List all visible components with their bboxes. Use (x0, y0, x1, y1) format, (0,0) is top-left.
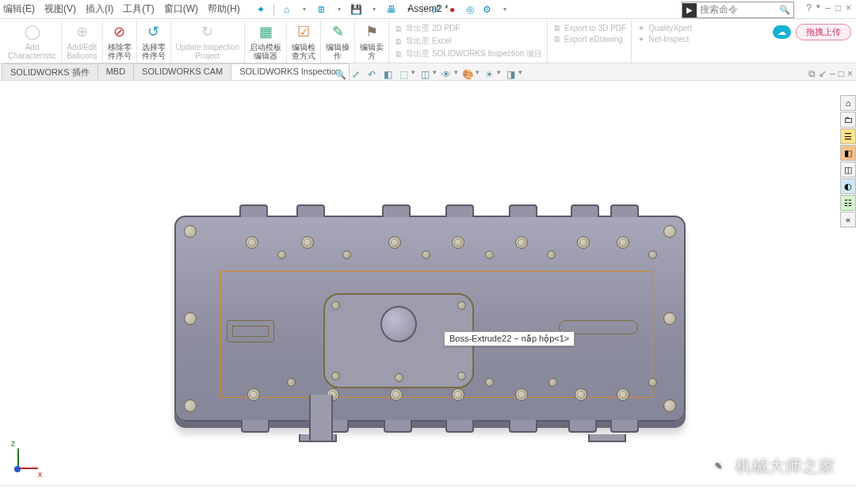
ribbon-edit-vendor[interactable]: ⚑ 编辑卖 方 (355, 21, 389, 63)
edit-operation-icon: ✎ (327, 21, 349, 43)
home-icon[interactable]: ⌂ (281, 3, 293, 16)
bolt (617, 388, 629, 401)
export-sw-inspection[interactable]: 🗎导出至 SOLIDWORKS Inspection 项目 (394, 48, 542, 60)
menu-window[interactable]: 窗口(W) (164, 2, 198, 16)
doc-close-button[interactable]: × (847, 68, 853, 79)
tab-mbd[interactable]: MBD (97, 63, 134, 80)
task-pane-file-explorer[interactable]: ◧ (840, 145, 856, 161)
menu-insert[interactable]: 插入(I) (86, 2, 113, 16)
close-button[interactable]: × (846, 2, 851, 13)
ribbon-edit-inspection[interactable]: ☑ 编辑检 查方式 (287, 21, 321, 63)
housing-body[interactable] (174, 216, 686, 422)
ribbon-update-inspection[interactable]: ↻ Update Inspection Project (171, 21, 246, 63)
maximize-button[interactable]: □ (835, 2, 841, 13)
menu-help[interactable]: 帮助(H) (208, 2, 240, 16)
top-flange (445, 204, 474, 217)
ribbon-toolbar: ◯ Add Characteristic ⊕ Add/Edit Balloons… (0, 19, 856, 63)
bolt (515, 388, 528, 401)
export-3d-pdf[interactable]: 🗎Export to 3D PDF (552, 22, 626, 33)
save-icon[interactable]: 💾 (350, 3, 363, 16)
heads-up-view-toolbar: 🔍 ⤢ ↶ ◧ ⬚▾ ◫▾ 👁▾ 🎨▾ ☀▾ ◨▾ (334, 68, 522, 81)
play-icon[interactable]: ▶ (682, 3, 697, 17)
doc-minimize-icon[interactable]: ↙ (819, 68, 827, 79)
zoom-area-icon[interactable]: ⤢ (350, 68, 362, 81)
qualityxpert[interactable]: ✦QualityXpert (636, 22, 692, 33)
ribbon-select-part-num[interactable]: ↺ 选择零 件序号 (137, 21, 171, 63)
bolt (648, 378, 657, 387)
command-search-input[interactable]: 搜索命令 (697, 2, 776, 17)
net-inspect[interactable]: ✦Net-Inspect (636, 33, 689, 44)
edit-vendor-icon: ⚑ (361, 21, 383, 43)
graphics-area[interactable]: Boss-Extrude22 − nắp hộp<1> (0, 81, 856, 491)
select-balloon-icon: ↺ (143, 21, 165, 43)
task-pane-custom-props[interactable]: ☷ (840, 195, 856, 211)
bolt (663, 225, 676, 238)
hide-show-icon[interactable]: 👁 (440, 68, 453, 81)
tab-sw-addins[interactable]: SOLIDWORKS 插件 (2, 63, 98, 80)
doc-restore-icon[interactable]: ⧉ (808, 68, 816, 79)
zoom-fit-icon[interactable]: 🔍 (334, 68, 346, 81)
task-pane-view-palette[interactable]: ◫ (840, 162, 856, 178)
ribbon-add-characteristic[interactable]: ◯ Add Characteristic (3, 21, 62, 63)
bolt (301, 236, 314, 249)
export-2d-pdf[interactable]: 🗎导出至 2D PDF (394, 22, 460, 35)
view-settings-icon[interactable]: ◨ (504, 68, 517, 81)
search-icon[interactable]: 🔍 (776, 5, 793, 15)
prev-view-icon[interactable]: ↶ (365, 68, 378, 81)
tab-sw-inspection[interactable]: SOLIDWORKS Inspection (231, 63, 350, 80)
print-icon[interactable]: 🖶 (385, 3, 398, 16)
command-search[interactable]: ▶ 搜索命令 🔍 (682, 2, 794, 18)
model-assembly[interactable] (174, 216, 686, 422)
task-pane-resources[interactable]: 🗀 (840, 112, 856, 128)
settings-icon[interactable]: ⚙ (481, 3, 494, 16)
ribbon-add-edit-balloons[interactable]: ⊕ Add/Edit Balloons (62, 21, 102, 63)
task-pane-home[interactable]: ⌂ (840, 95, 856, 111)
section-view-icon[interactable]: ◧ (381, 68, 394, 81)
remove-balloon-icon: ⊘ (109, 21, 131, 43)
export-excel[interactable]: 🗎导出至 Excel (394, 35, 451, 48)
ribbon-remove-part-num[interactable]: ⊘ 移除零 件序号 (103, 21, 137, 63)
bottom-flange (384, 420, 412, 433)
export-edrawing[interactable]: 🗎Export eDrawing (552, 33, 623, 44)
tab-sw-cam[interactable]: SOLIDWORKS CAM (133, 63, 231, 80)
characteristic-icon: ◯ (21, 21, 44, 43)
task-pane-design-library[interactable]: ☰ (840, 128, 856, 144)
ribbon-label: 编辑操 作 (326, 43, 350, 60)
menu-edit[interactable]: 编辑(E) (3, 2, 35, 16)
watermark-icon: ✎ (707, 455, 729, 477)
cloud-button[interactable]: ☁ (773, 25, 791, 39)
help-icon[interactable]: ? (806, 2, 812, 13)
upload-button[interactable]: 拖拽上传 (796, 24, 851, 40)
bolt (287, 378, 296, 387)
orientation-triad[interactable]: z x (10, 441, 46, 477)
ribbon-edit-operation[interactable]: ✎ 编辑操 作 (321, 21, 355, 63)
ribbon-label: Add/Edit Balloons (67, 43, 97, 60)
menu-view[interactable]: 视图(V) (44, 2, 76, 16)
bolt (247, 388, 260, 401)
top-flange (509, 204, 537, 217)
ribbon-template-editor[interactable]: ▦ 启动模板 编辑器 (245, 21, 287, 63)
bolt (342, 250, 351, 259)
star-icon[interactable]: ✦ (254, 3, 267, 16)
edit-appearance-icon[interactable]: 🎨 (461, 68, 474, 81)
task-pane-collapse[interactable]: « (840, 212, 856, 227)
task-pane-appearances[interactable]: ◐ (840, 178, 856, 194)
target-icon[interactable]: ◎ (464, 3, 476, 16)
doc-max-button[interactable]: □ (839, 68, 844, 79)
display-style-icon[interactable]: ◫ (418, 68, 431, 81)
x-label: x (38, 470, 42, 479)
watermark-text: 机械大师之家 (736, 456, 835, 477)
edit-inspection-icon: ☑ (292, 21, 315, 43)
apply-scene-icon[interactable]: ☀ (483, 68, 495, 81)
new-doc-icon[interactable]: 🗎 (315, 3, 328, 16)
doc-min-button[interactable]: – (830, 68, 835, 79)
menu-tools[interactable]: 工具(T) (123, 2, 154, 16)
minimize-button[interactable]: – (825, 2, 831, 13)
bottom-flange (568, 420, 597, 433)
ribbon-label: 编辑卖 方 (360, 43, 384, 60)
foot (588, 434, 626, 442)
view-orient-icon[interactable]: ⬚ (397, 68, 410, 81)
center-boss (380, 306, 417, 342)
bolt (663, 399, 676, 412)
separator (273, 3, 274, 16)
